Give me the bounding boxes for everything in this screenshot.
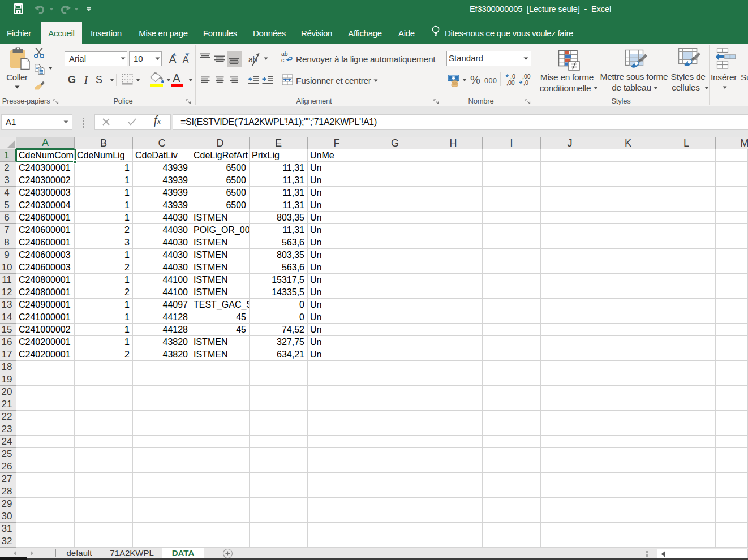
svg-text:,00: ,00 — [506, 79, 515, 86]
svg-text:c: c — [281, 57, 284, 63]
svg-text:,0: ,0 — [523, 79, 528, 86]
